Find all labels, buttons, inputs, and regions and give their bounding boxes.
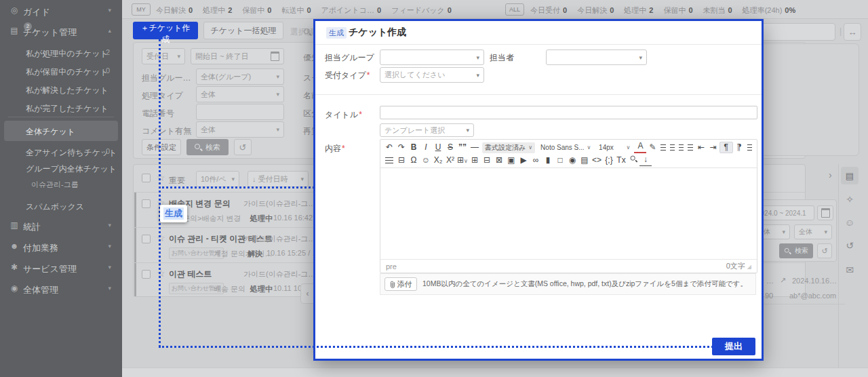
find-icon[interactable] xyxy=(627,155,639,166)
per-page-select[interactable]: 10件/ペ▾ xyxy=(196,171,239,187)
highlight-color-icon[interactable]: ✎ xyxy=(646,142,658,153)
row-checkbox[interactable] xyxy=(142,199,151,208)
sidebar-item-my-onhold[interactable]: 私が保留中のチケット 0 xyxy=(0,64,122,78)
sidebar-item-additional-work[interactable]: ☻ 付加業務 ▾ xyxy=(0,239,122,256)
sidebar-item-all-tickets-selected[interactable]: 全体チケット xyxy=(4,121,118,141)
print-icon[interactable]: ▤ xyxy=(578,155,591,166)
my-scope-chip[interactable]: MY xyxy=(132,3,151,16)
merge-cells-icon[interactable]: ⊟ xyxy=(395,155,408,166)
outdent-icon[interactable]: ⇤ xyxy=(695,142,707,153)
code-view-icon[interactable]: <> xyxy=(591,155,603,166)
detail-reset-button[interactable]: ↺ xyxy=(817,243,832,258)
delete-table-icon[interactable]: ⊠ xyxy=(493,155,505,166)
template-select[interactable]: テンプレート選択▾ xyxy=(380,123,474,137)
condition-settings-button[interactable]: 条件設定 xyxy=(142,139,181,155)
sidebar-item-guide[interactable]: ◎ ガイド ▾ xyxy=(0,3,122,20)
link-icon[interactable]: ∞ xyxy=(530,155,542,166)
superscript-icon[interactable]: X² xyxy=(444,155,456,166)
reset-button[interactable]: ↺ xyxy=(234,139,252,155)
sidebar-item-my-resolved[interactable]: 私が解決したチケット xyxy=(0,83,122,96)
phone-input[interactable] xyxy=(196,104,284,120)
resize-handle-icon[interactable]: ◢ xyxy=(747,264,751,270)
download-icon[interactable]: ↓ xyxy=(639,155,652,166)
unordered-list-icon[interactable] xyxy=(385,157,393,164)
image-icon[interactable]: ▣ xyxy=(505,155,517,166)
external-link-icon[interactable]: ↗ xyxy=(780,276,786,285)
expand-panel-button[interactable]: ↔ xyxy=(844,23,861,41)
receipt-type-select[interactable]: 選択してください▾ xyxy=(380,67,484,83)
ticket-info-tab-active[interactable]: ▤ xyxy=(841,167,859,184)
detail-search-button[interactable]: 検索 xyxy=(779,243,813,258)
preview-icon[interactable]: ◉ xyxy=(566,155,578,166)
align-justify-icon[interactable] xyxy=(688,144,692,151)
title-input[interactable] xyxy=(380,106,757,119)
assignee-select[interactable]: ▾ xyxy=(546,49,647,65)
code-block-icon[interactable]: {;} xyxy=(603,155,615,166)
insert-table-icon[interactable]: ⊞∨ xyxy=(456,155,469,167)
search-button[interactable]: 検索 xyxy=(186,139,229,155)
fullscreen-icon[interactable]: □ xyxy=(554,155,566,166)
collapse-panel-handle[interactable]: ‹ xyxy=(300,283,314,304)
paragraph-rtl-icon[interactable]: ¶ xyxy=(733,142,745,153)
row-checkbox[interactable] xyxy=(142,270,151,279)
remove-format-icon[interactable]: Tx xyxy=(615,155,627,166)
sidebar-item-ticket-management[interactable]: ▤ 2 チケット管理 ▴ xyxy=(0,24,122,40)
indent-icon[interactable]: ⇥ xyxy=(707,142,719,153)
horizontal-rule-icon[interactable]: — xyxy=(469,142,481,153)
sidebar-item-group-all-tickets[interactable]: グループ内全体チケット xyxy=(0,161,122,175)
attach-button[interactable]: 添付 xyxy=(384,277,417,291)
emotion-icon[interactable]: ☺ xyxy=(843,217,856,228)
font-color-icon[interactable]: A xyxy=(634,142,646,153)
sidebar-item-unassigned[interactable]: 全アサイン待ちチケット 0 xyxy=(0,145,122,159)
submit-button[interactable]: 提出 xyxy=(712,338,755,355)
group-select[interactable]: 全体(グループ)▾ xyxy=(196,68,284,85)
paragraph-ltr-icon[interactable]: ¶ xyxy=(719,142,733,153)
sidebar-item-issue-group[interactable]: 이슈관리-그룹 xyxy=(0,178,122,191)
detail-filter-b-select[interactable]: 全体▾ xyxy=(794,224,832,239)
row-checkbox[interactable] xyxy=(142,235,151,243)
italic-icon[interactable]: I xyxy=(420,142,432,153)
comment-select[interactable]: 全体▾ xyxy=(196,121,284,138)
bulk-process-button[interactable]: チケット一括処理 xyxy=(203,22,283,39)
process-type-select[interactable]: 全体▾ xyxy=(196,86,284,102)
select-all-checkbox[interactable] xyxy=(142,174,151,182)
sidebar-item-service-management[interactable]: ✱ サービス管理 ▾ xyxy=(0,260,122,277)
align-center-icon[interactable] xyxy=(670,144,675,151)
bookmark-icon[interactable]: ▮ xyxy=(542,155,554,166)
strikethrough-icon[interactable]: S xyxy=(444,142,456,153)
bold-icon[interactable]: B xyxy=(408,142,420,153)
star-icon[interactable]: ☆ xyxy=(157,174,165,182)
font-select[interactable]: Noto Sans S...∨ xyxy=(538,142,593,153)
format-select[interactable]: 書式設定済み∨ xyxy=(482,142,535,153)
editor-body[interactable] xyxy=(380,168,755,259)
message-icon[interactable]: ✉ xyxy=(843,264,856,275)
table-column-icon[interactable]: ⊟ xyxy=(481,155,493,166)
font-size-select[interactable]: 14px∨ xyxy=(596,142,633,153)
special-char-icon[interactable]: Ω xyxy=(408,155,420,166)
calendar-button[interactable] xyxy=(817,205,833,220)
calendar-icon[interactable] xyxy=(271,52,279,61)
date-type-select[interactable]: 受付日▾ xyxy=(142,48,185,64)
group-select[interactable]: ▾ xyxy=(380,49,484,65)
underline-icon[interactable]: U xyxy=(432,142,444,153)
content-editor[interactable]: ↶ ↷ B I U S ”” — 書式設定済み∨ Noto Sans S...∨… xyxy=(380,139,757,273)
create-ticket-button[interactable]: ＋チケット作成 xyxy=(133,22,198,39)
blockquote-icon[interactable]: ”” xyxy=(456,142,469,153)
star-icon[interactable]: ☆ xyxy=(157,234,165,243)
history-icon[interactable]: ↺ xyxy=(843,240,856,251)
align-left-icon[interactable] xyxy=(660,144,665,151)
sort-select[interactable]: ↓ 受付日時 ▾ xyxy=(248,171,309,187)
sidebar-item-global-management[interactable]: ◉ 全体管理 ▾ xyxy=(0,281,122,298)
sidebar-item-statistics[interactable]: ▥ 統計 ▾ xyxy=(0,218,122,235)
video-icon[interactable]: ▶ xyxy=(517,155,530,166)
chevron-right-icon[interactable]: › xyxy=(829,170,832,180)
sidebar-item-my-completed[interactable]: 私が完了したチケット xyxy=(0,101,122,115)
sidebar-item-my-processing[interactable]: 私が処理中のチケット 2 xyxy=(0,46,122,60)
star-icon[interactable]: ☆ xyxy=(157,269,165,278)
align-right-icon[interactable] xyxy=(679,144,684,151)
undo-icon[interactable]: ↶ xyxy=(383,142,395,153)
table-row-icon[interactable]: ⊞ xyxy=(469,155,481,166)
redo-icon[interactable]: ↷ xyxy=(395,142,408,153)
ai-assist-icon[interactable]: ✧ xyxy=(843,194,856,205)
emoji-icon[interactable]: ☺ xyxy=(420,155,432,166)
